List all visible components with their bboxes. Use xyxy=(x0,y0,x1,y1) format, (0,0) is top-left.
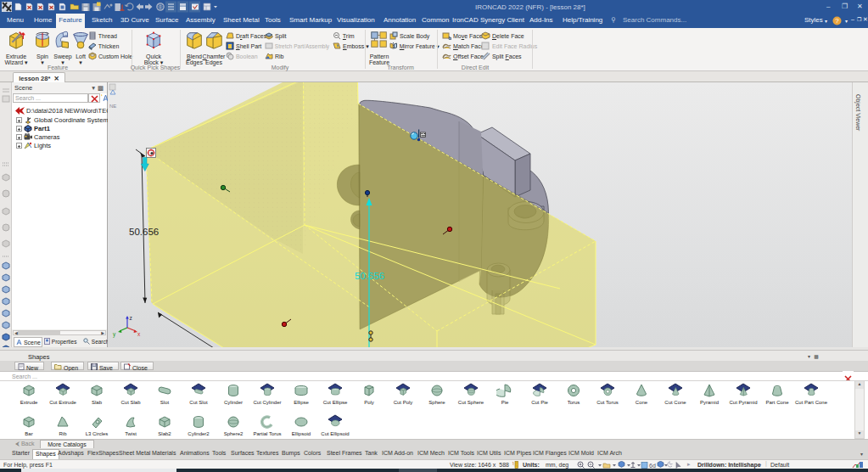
svg-text:NE: NE xyxy=(109,104,116,109)
svg-text:?: ? xyxy=(835,17,839,25)
svg-text:6d: 6d xyxy=(649,463,656,469)
svg-text:z: z xyxy=(130,315,132,321)
svg-text:50.656: 50.656 xyxy=(129,227,159,237)
svg-text:50.656: 50.656 xyxy=(355,271,384,281)
